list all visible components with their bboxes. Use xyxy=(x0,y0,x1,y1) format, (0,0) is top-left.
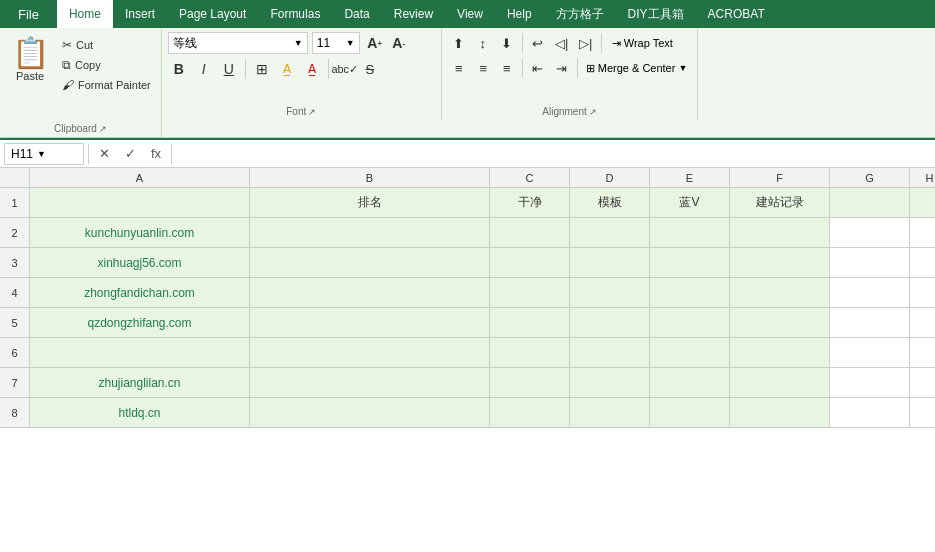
align-bottom-button[interactable]: ⬇ xyxy=(496,32,518,54)
indent-decrease-button[interactable]: ◁| xyxy=(551,32,573,54)
alignment-expand-icon[interactable]: ↗ xyxy=(589,107,597,117)
grid-cell[interactable] xyxy=(650,338,730,368)
row-header-6[interactable]: 6 xyxy=(0,338,30,368)
grid-cell[interactable] xyxy=(490,278,570,308)
grid-cell[interactable] xyxy=(250,338,490,368)
decrease-indent-button[interactable]: ⇤ xyxy=(527,57,549,79)
menu-review[interactable]: Review xyxy=(382,0,445,28)
col-header-G[interactable]: G xyxy=(830,168,910,188)
fill-color-button[interactable]: A̲ xyxy=(276,58,298,80)
col-header-A[interactable]: A xyxy=(30,168,250,188)
grid-cell[interactable] xyxy=(830,338,910,368)
grid-cell[interactable] xyxy=(570,398,650,428)
grid-cell[interactable] xyxy=(490,398,570,428)
row-header-5[interactable]: 5 xyxy=(0,308,30,338)
row-header-1[interactable]: 1 xyxy=(0,188,30,218)
grid-cell[interactable] xyxy=(910,308,935,338)
grid-cell[interactable] xyxy=(570,248,650,278)
grid-cell[interactable] xyxy=(730,398,830,428)
grid-cell[interactable] xyxy=(910,278,935,308)
grid-cell[interactable] xyxy=(830,278,910,308)
menu-file[interactable]: File xyxy=(0,0,57,28)
grid-cell[interactable] xyxy=(730,248,830,278)
grid-cell[interactable]: 排名 xyxy=(250,188,490,218)
grid-cell[interactable]: kunchunyuanlin.com xyxy=(30,218,250,248)
grid-cell[interactable] xyxy=(250,308,490,338)
row-header-7[interactable]: 7 xyxy=(0,368,30,398)
grid-cell[interactable] xyxy=(830,398,910,428)
grid-cell[interactable] xyxy=(730,278,830,308)
grid-cell[interactable] xyxy=(830,308,910,338)
grid-cell[interactable] xyxy=(910,188,935,218)
grid-cell[interactable] xyxy=(910,248,935,278)
grid-cell[interactable] xyxy=(730,218,830,248)
underline-button[interactable]: U xyxy=(218,58,240,80)
grid-cell[interactable]: xinhuagj56.com xyxy=(30,248,250,278)
col-header-H[interactable]: H xyxy=(910,168,935,188)
grid-cell[interactable] xyxy=(650,398,730,428)
grid-cell[interactable] xyxy=(250,278,490,308)
col-header-E[interactable]: E xyxy=(650,168,730,188)
copy-button[interactable]: ⧉ Copy xyxy=(58,56,155,74)
font-color-button[interactable]: A̲ xyxy=(301,58,323,80)
indent-increase-button[interactable]: ▷| xyxy=(575,32,597,54)
grid-cell[interactable]: zhujianglilan.cn xyxy=(30,368,250,398)
menu-diy[interactable]: DIY工具箱 xyxy=(616,0,696,28)
grid-cell[interactable] xyxy=(650,308,730,338)
col-header-D[interactable]: D xyxy=(570,168,650,188)
align-right-button[interactable]: ≡ xyxy=(496,57,518,79)
font-name-select[interactable]: 等线 ▼ xyxy=(168,32,308,54)
grid-cell[interactable] xyxy=(730,338,830,368)
grid-cell[interactable] xyxy=(250,368,490,398)
grid-cell[interactable] xyxy=(730,368,830,398)
grid-cell[interactable] xyxy=(650,278,730,308)
bold-button[interactable]: B xyxy=(168,58,190,80)
wrap-text-button[interactable]: ⇥ Wrap Text xyxy=(606,35,679,52)
merge-center-button[interactable]: ⊞ Merge & Center ▼ xyxy=(582,60,692,77)
grid-cell[interactable] xyxy=(570,338,650,368)
align-middle-button[interactable]: ↕ xyxy=(472,32,494,54)
grid-cell[interactable] xyxy=(650,368,730,398)
grid-cell[interactable]: 干净 xyxy=(490,188,570,218)
clipboard-expand-icon[interactable]: ↗ xyxy=(99,124,107,134)
row-header-4[interactable]: 4 xyxy=(0,278,30,308)
row-header-2[interactable]: 2 xyxy=(0,218,30,248)
increase-indent-button[interactable]: ⇥ xyxy=(551,57,573,79)
border-button[interactable]: ⊞ xyxy=(251,58,273,80)
menu-page-layout[interactable]: Page Layout xyxy=(167,0,258,28)
text-direction-button[interactable]: ↩ xyxy=(527,32,549,54)
grid-cell[interactable] xyxy=(30,338,250,368)
grid-cell[interactable] xyxy=(570,308,650,338)
menu-insert[interactable]: Insert xyxy=(113,0,167,28)
grid-cell[interactable] xyxy=(490,338,570,368)
grid-cell[interactable] xyxy=(570,368,650,398)
confirm-formula-button[interactable]: ✓ xyxy=(119,143,141,165)
grid-cell[interactable] xyxy=(570,218,650,248)
col-header-B[interactable]: B xyxy=(250,168,490,188)
menu-data[interactable]: Data xyxy=(332,0,381,28)
formula-input[interactable] xyxy=(176,143,931,165)
grid-cell[interactable] xyxy=(650,218,730,248)
menu-formulas[interactable]: Formulas xyxy=(258,0,332,28)
menu-home[interactable]: Home xyxy=(57,0,113,28)
grid-cell[interactable] xyxy=(570,278,650,308)
grid-cell[interactable] xyxy=(250,248,490,278)
row-header-3[interactable]: 3 xyxy=(0,248,30,278)
font-size-select[interactable]: 11 ▼ xyxy=(312,32,360,54)
grid-cell[interactable] xyxy=(490,218,570,248)
grid-cell[interactable] xyxy=(830,218,910,248)
decrease-font-size-button[interactable]: A- xyxy=(388,32,410,54)
italic-button[interactable]: I xyxy=(193,58,215,80)
grid-cell[interactable] xyxy=(910,218,935,248)
grid-cell[interactable] xyxy=(830,368,910,398)
font-expand-icon[interactable]: ↗ xyxy=(308,107,316,117)
cancel-formula-button[interactable]: ✕ xyxy=(93,143,115,165)
grid-cell[interactable] xyxy=(30,188,250,218)
grid-cell[interactable] xyxy=(490,248,570,278)
col-header-F[interactable]: F xyxy=(730,168,830,188)
increase-font-size-button[interactable]: A+ xyxy=(364,32,386,54)
insert-function-button[interactable]: fx xyxy=(145,143,167,165)
menu-view[interactable]: View xyxy=(445,0,495,28)
spell-check-button[interactable]: abc✓ xyxy=(334,58,356,80)
grid-cell[interactable]: 模板 xyxy=(570,188,650,218)
